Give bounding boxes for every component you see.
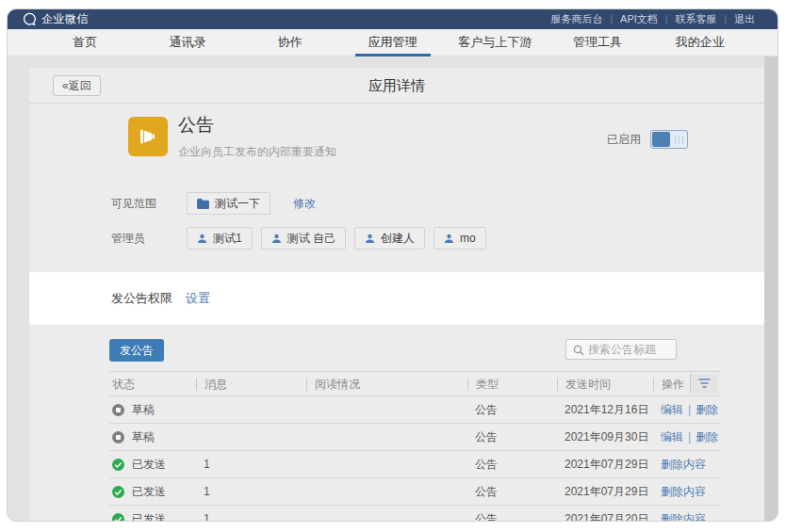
megaphone-icon	[137, 125, 159, 148]
status-sent-icon	[112, 513, 124, 522]
nav-item-collaboration[interactable]: 协作	[238, 29, 341, 56]
logout-link[interactable]: 退出	[727, 12, 762, 26]
status-text: 已发送	[132, 451, 166, 478]
enable-row: 已启用	[607, 130, 688, 149]
nav-item-home[interactable]: 首页	[34, 29, 137, 56]
announcement-toolbar: 发公告	[109, 339, 720, 362]
type-cell: 公告	[475, 451, 498, 478]
nav-item-admin-tools[interactable]: 管理工具	[547, 29, 649, 56]
person-icon	[444, 234, 454, 244]
delete-link[interactable]: 删除	[696, 430, 718, 443]
nav-item-contacts[interactable]: 通讯录	[137, 29, 239, 56]
person-icon	[271, 234, 282, 244]
admin-tag: 创建人	[354, 227, 425, 250]
panel-header: «返回 应用详情	[29, 68, 764, 104]
table-row: 已发送 1 公告 2021年07月29日 删除内容	[109, 477, 720, 505]
enable-toggle[interactable]	[650, 130, 688, 149]
date-cell: 2021年09月30日	[565, 424, 648, 451]
person-icon	[365, 234, 375, 244]
nav-item-my-company[interactable]: 我的企业	[648, 29, 751, 56]
actions-cell: 删除内容	[661, 478, 706, 506]
app-description: 企业向员工发布的内部重要通知	[178, 144, 336, 160]
search-icon	[573, 345, 584, 356]
chat-bubble-icon	[23, 12, 37, 26]
filter-button[interactable]	[690, 374, 718, 394]
admin-tag-label: 创建人	[381, 231, 415, 247]
admins-label: 管理员	[111, 231, 187, 247]
page-title: 应用详情	[29, 68, 764, 104]
edit-link[interactable]: 编辑	[661, 430, 683, 443]
main-nav: 首页 通讯录 协作 应用管理 客户与上下游 管理工具 我的企业	[8, 29, 778, 56]
edit-scope-link[interactable]: 修改	[293, 196, 316, 212]
person-icon	[197, 234, 207, 244]
edit-link[interactable]: 编辑	[661, 403, 683, 416]
status-text: 已发送	[132, 478, 166, 506]
content-area: «返回 应用详情 公告 企业向员工发布的内部重要通知 已启用	[8, 56, 778, 522]
search-input[interactable]	[588, 340, 675, 359]
nav-item-app-management[interactable]: 应用管理	[341, 29, 444, 56]
back-button[interactable]: «返回	[53, 75, 101, 96]
app-name: 公告	[178, 113, 336, 137]
wechat-work-logo: 企业微信	[23, 11, 89, 27]
filter-icon	[698, 379, 711, 389]
admin-tag: mo	[434, 227, 486, 250]
delete-content-link[interactable]: 删除内容	[661, 512, 706, 522]
table-row: 草稿 公告 2021年09月30日 编辑|删除	[109, 423, 720, 450]
date-cell: 2021年07月20日	[565, 506, 648, 522]
topbar: 企业微信 服务商后台 | API文档 | 联系客服 | 退出	[8, 9, 778, 29]
admin-tag: 测试1	[187, 227, 253, 250]
col-type: 类型	[467, 378, 499, 391]
date-cell: 2021年12月16日	[565, 396, 648, 424]
status-sent-icon	[112, 459, 124, 471]
topbar-links: 服务商后台 | API文档 | 联系客服 | 退出	[543, 12, 762, 26]
delete-link[interactable]: 删除	[696, 403, 718, 416]
type-cell: 公告	[475, 478, 498, 506]
app-header-section: 公告 企业向员工发布的内部重要通知 已启用	[29, 104, 764, 186]
enabled-label: 已启用	[607, 132, 641, 148]
status-sent-icon	[112, 486, 124, 498]
app-info: 公告 企业向员工发布的内部重要通知	[178, 113, 336, 160]
col-message: 消息	[196, 378, 227, 391]
new-announcement-button[interactable]: 发公告	[109, 339, 164, 362]
toggle-knob	[652, 132, 670, 147]
status-cell: 已发送	[112, 451, 166, 478]
announcement-app-icon	[128, 117, 168, 156]
table-row: 已发送 1 公告 2021年07月29日 删除内容	[109, 450, 720, 477]
logo-text: 企业微信	[41, 11, 89, 27]
col-read-status: 阅读情况	[306, 378, 360, 391]
status-cell: 已发送	[112, 478, 166, 506]
status-cell: 草稿	[112, 396, 155, 424]
scope-tag: 测试一下	[187, 192, 270, 215]
contact-support-link[interactable]: 联系客服	[667, 12, 724, 26]
nav-item-customers[interactable]: 客户与上下游	[444, 29, 547, 56]
status-text: 已发送	[132, 506, 166, 522]
browser-window: 企业微信 服务商后台 | API文档 | 联系客服 | 退出 首页 通讯录 协作…	[7, 8, 778, 522]
scope-tag-label: 测试一下	[215, 196, 260, 212]
visible-range-row: 可见范围 测试一下 修改	[111, 192, 764, 215]
message-cell: 1	[204, 451, 210, 478]
actions-cell: 删除内容	[661, 451, 706, 478]
admin-tag-label: 测试 自己	[287, 231, 336, 247]
separator: |	[683, 430, 696, 443]
table-header: 状态 消息 阅读情况 类型 发送时间 操作	[109, 371, 720, 395]
visible-range-label: 可见范围	[111, 196, 187, 212]
status-cell: 草稿	[112, 424, 155, 451]
col-actions: 操作	[653, 378, 684, 391]
table-row: 已发送 1 公告 2021年07月20日 删除内容	[109, 505, 720, 522]
permission-settings-link[interactable]: 设置	[186, 290, 210, 307]
delete-content-link[interactable]: 删除内容	[661, 485, 706, 498]
vertical-scrollbar[interactable]	[764, 56, 778, 522]
announce-permission-band: 发公告权限 设置	[29, 272, 764, 325]
message-cell: 1	[204, 478, 210, 506]
status-draft-icon	[112, 404, 124, 416]
provider-console-link[interactable]: 服务商后台	[543, 12, 610, 26]
admin-tag-label: mo	[460, 232, 476, 245]
announce-permission-label: 发公告权限	[111, 290, 172, 307]
status-text: 草稿	[132, 424, 155, 451]
toggle-ridge	[679, 137, 680, 144]
status-cell: 已发送	[112, 506, 166, 522]
api-docs-link[interactable]: API文档	[613, 12, 665, 26]
toggle-ridge	[675, 137, 676, 144]
actions-cell: 删除内容	[661, 506, 706, 522]
delete-content-link[interactable]: 删除内容	[661, 458, 706, 471]
